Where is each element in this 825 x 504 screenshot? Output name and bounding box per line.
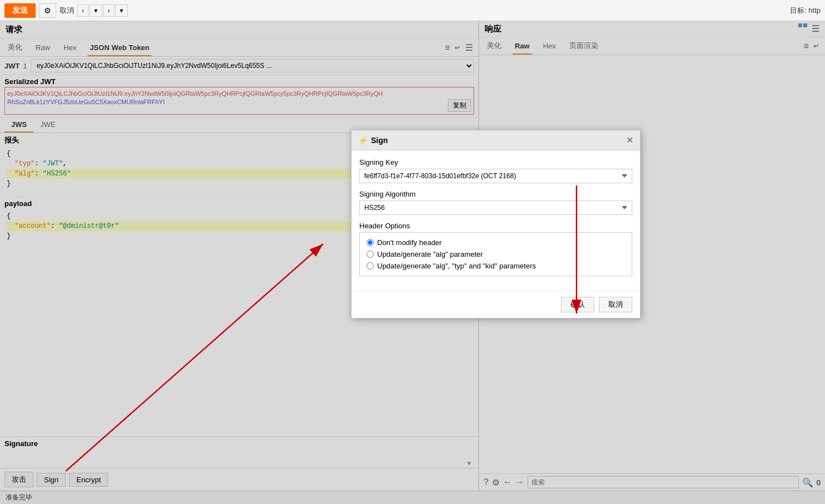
radio-3[interactable] — [367, 262, 374, 270]
toolbar: 发送 ⚙ 取消 ‹ ▾ › ▾ 目标: http — [0, 0, 825, 21]
radio-option-2[interactable]: Update/generate "alg" parameter — [367, 250, 625, 258]
radio-label-3: Update/generate "alg", "typ" and "kid" p… — [377, 262, 536, 270]
nav-prev-dropdown-button[interactable]: ▾ — [90, 4, 102, 17]
lightning-icon: ⚡ — [358, 136, 368, 145]
settings-button[interactable]: ⚙ — [39, 3, 56, 18]
radio-option-1[interactable]: Don't modify header — [367, 238, 625, 247]
header-options-label: Header Options — [359, 222, 632, 230]
cancel-button[interactable]: 取消 — [60, 6, 74, 16]
radio-label-1: Don't modify header — [377, 238, 442, 247]
signing-algo-label: Signing Algorithm — [359, 190, 632, 198]
signing-key-group: Signing Key fe6ff7d3-f1e7-4f77-803d-15d0… — [359, 158, 632, 183]
modal-header: ⚡ Sign ✕ — [352, 130, 640, 150]
signing-key-label: Signing Key — [359, 158, 632, 167]
modal-close-button[interactable]: ✕ — [626, 135, 633, 145]
radio-1[interactable] — [367, 239, 374, 246]
radio-option-3[interactable]: Update/generate "alg", "typ" and "kid" p… — [367, 262, 625, 270]
modal-overlay: ⚡ Sign ✕ Signing Key fe6ff7d3-f1e7-4f77-… — [0, 21, 825, 504]
header-options-box: Don't modify header Update/generate "alg… — [359, 232, 632, 276]
target-label: 目标: http — [790, 6, 821, 16]
send-button[interactable]: 发送 — [4, 3, 36, 18]
sign-modal: ⚡ Sign ✕ Signing Key fe6ff7d3-f1e7-4f77-… — [351, 130, 641, 319]
modal-footer: 确认 取消 — [352, 291, 640, 318]
confirm-button[interactable]: 确认 — [561, 297, 594, 312]
modal-body: Signing Key fe6ff7d3-f1e7-4f77-803d-15d0… — [352, 150, 640, 291]
signing-algo-group: Signing Algorithm HS256 — [359, 190, 632, 215]
signing-key-select[interactable]: fe6ff7d3-f1e7-4f77-803d-15d01efbf32e (OC… — [359, 169, 632, 183]
modal-cancel-button[interactable]: 取消 — [599, 297, 632, 312]
nav-next-button[interactable]: › — [103, 4, 114, 17]
signing-algo-select[interactable]: HS256 — [359, 200, 632, 215]
radio-label-2: Update/generate "alg" parameter — [377, 250, 483, 258]
modal-title: ⚡ Sign — [358, 136, 388, 145]
nav-next-dropdown-button[interactable]: ▾ — [115, 4, 128, 17]
nav-prev-button[interactable]: ‹ — [77, 4, 89, 17]
header-options-group: Header Options Don't modify header Updat… — [359, 222, 632, 276]
radio-2[interactable] — [367, 251, 374, 258]
